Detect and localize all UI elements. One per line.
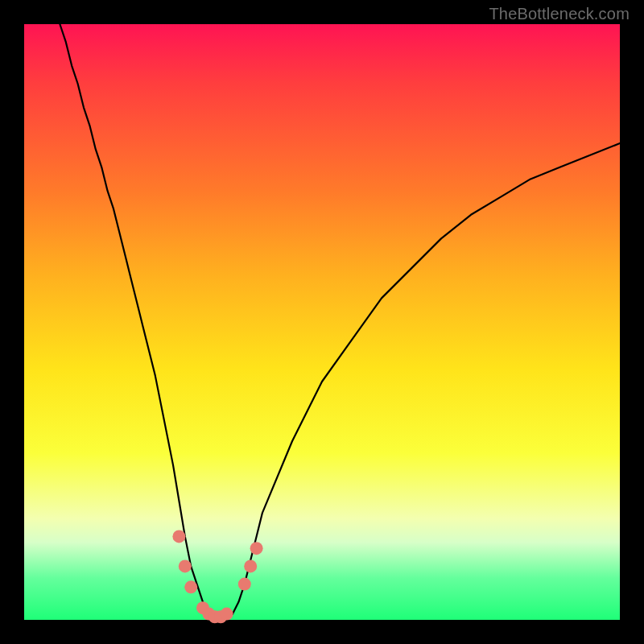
- chart-frame: TheBottleneck.com: [0, 0, 644, 644]
- data-marker: [244, 559, 257, 572]
- watermark-text: TheBottleneck.com: [489, 5, 630, 23]
- data-marker: [172, 530, 185, 543]
- bottleneck-curve: [60, 24, 620, 620]
- data-marker: [238, 578, 251, 591]
- plot-area: [24, 24, 620, 620]
- data-marker: [179, 559, 192, 572]
- data-marker: [250, 542, 263, 555]
- data-marker: [184, 580, 197, 593]
- chart-svg: [24, 24, 620, 620]
- data-marker: [221, 608, 233, 621]
